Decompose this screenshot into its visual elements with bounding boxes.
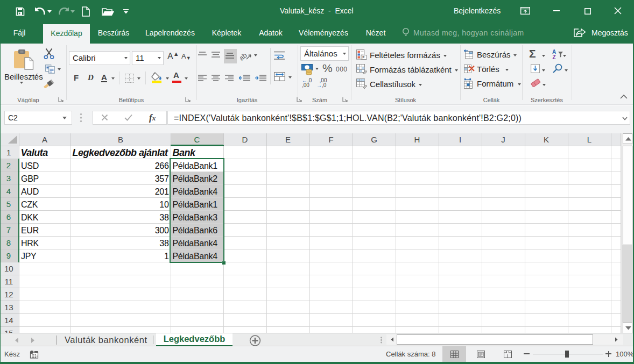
svg-text:Z: Z [553,54,556,60]
svg-text:ab: ab [240,51,249,61]
svg-text:≠: ≠ [362,55,365,60]
